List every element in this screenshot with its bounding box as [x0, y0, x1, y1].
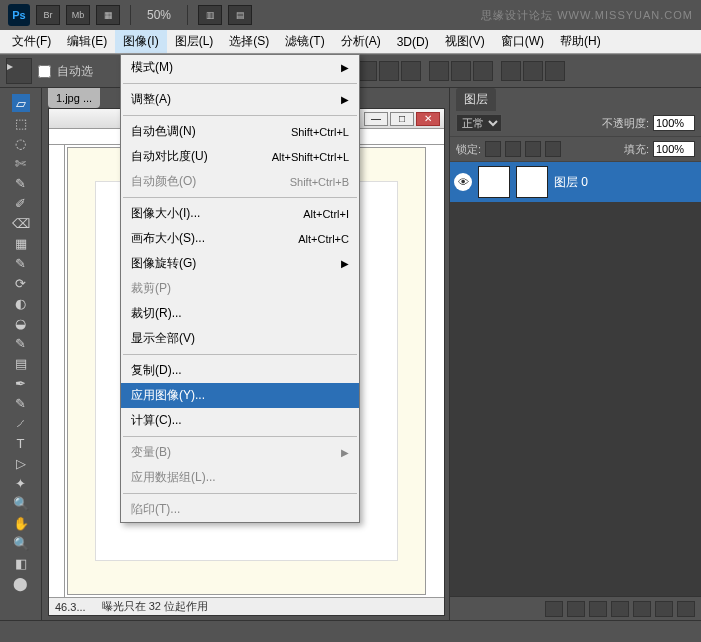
menu-file[interactable]: 文件(F) [4, 30, 59, 53]
menu-item-label: 裁剪(P) [131, 280, 171, 297]
close-button[interactable]: ✕ [416, 112, 440, 126]
layer-item[interactable]: 👁 图层 0 [450, 162, 701, 202]
app-statusbar [0, 620, 701, 642]
tool-button[interactable]: 🔍 [12, 494, 30, 512]
tool-button[interactable]: ⬤ [12, 574, 30, 592]
layer-name[interactable]: 图层 0 [554, 174, 588, 191]
lock-pixels-icon[interactable] [505, 141, 521, 157]
bridge-button[interactable]: Br [36, 5, 60, 25]
menu-item[interactable]: 复制(D)... [121, 358, 359, 383]
menu-item[interactable]: 应用图像(Y)... [121, 383, 359, 408]
mask-thumbnail[interactable] [516, 166, 548, 198]
minibridge-button[interactable]: Mb [66, 5, 90, 25]
tool-button[interactable]: ✒ [12, 374, 30, 392]
link-layers-icon[interactable] [545, 601, 563, 617]
tool-button[interactable]: ◒ [12, 314, 30, 332]
layer-thumbnail[interactable] [478, 166, 510, 198]
arrange-button[interactable]: ▤ [228, 5, 252, 25]
tool-button[interactable]: ▦ [12, 234, 30, 252]
tool-button[interactable]: T [12, 434, 30, 452]
menu-item[interactable]: 画布大小(S)...Alt+Ctrl+C [121, 226, 359, 251]
menu-view[interactable]: 视图(V) [437, 30, 493, 53]
distribute-button[interactable] [501, 61, 521, 81]
trash-icon[interactable] [677, 601, 695, 617]
blend-mode-select[interactable]: 正常 [456, 114, 502, 132]
distribute-button[interactable] [451, 61, 471, 81]
menu-item[interactable]: 计算(C)... [121, 408, 359, 433]
tool-button[interactable]: ◧ [12, 554, 30, 572]
tool-button[interactable]: ▤ [12, 354, 30, 372]
menu-item[interactable]: 自动对比度(U)Alt+Shift+Ctrl+L [121, 144, 359, 169]
tool-button[interactable]: ✎ [12, 394, 30, 412]
screen-mode-button[interactable]: ▦ [96, 5, 120, 25]
menu-image[interactable]: 图像(I) [115, 30, 166, 53]
menu-analysis[interactable]: 分析(A) [333, 30, 389, 53]
menu-item[interactable]: 裁切(R)... [121, 301, 359, 326]
app-topbar: Ps Br Mb ▦ 50% ▥ ▤ 思缘设计论坛 WWW.MISSYUAN.C… [0, 0, 701, 30]
menu-item-label: 图像旋转(G) [131, 255, 196, 272]
group-icon[interactable] [633, 601, 651, 617]
tool-button[interactable]: ✄ [12, 154, 30, 172]
new-layer-icon[interactable] [655, 601, 673, 617]
visibility-icon[interactable]: 👁 [454, 173, 472, 191]
menu-item-label: 复制(D)... [131, 362, 182, 379]
tool-button[interactable]: ✦ [12, 474, 30, 492]
view-extras-button[interactable]: ▥ [198, 5, 222, 25]
tool-button[interactable]: ✎ [12, 334, 30, 352]
tool-button[interactable]: ◐ [12, 294, 30, 312]
menu-item-label: 自动对比度(U) [131, 148, 208, 165]
distribute-button[interactable] [429, 61, 449, 81]
tool-button[interactable]: ✎ [12, 174, 30, 192]
tool-button[interactable]: ✐ [12, 194, 30, 212]
maximize-button[interactable]: □ [390, 112, 414, 126]
align-button[interactable] [401, 61, 421, 81]
auto-select-checkbox[interactable] [38, 65, 51, 78]
menu-item[interactable]: 自动色调(N)Shift+Ctrl+L [121, 119, 359, 144]
menu-item-label: 自动颜色(O) [131, 173, 196, 190]
mask-icon[interactable] [589, 601, 607, 617]
align-button[interactable] [379, 61, 399, 81]
tool-button[interactable]: ◌ [12, 134, 30, 152]
adjustment-icon[interactable] [611, 601, 629, 617]
menu-filter[interactable]: 滤镜(T) [277, 30, 332, 53]
menu-3d[interactable]: 3D(D) [389, 32, 437, 52]
menu-item[interactable]: 图像大小(I)...Alt+Ctrl+I [121, 201, 359, 226]
align-button[interactable] [357, 61, 377, 81]
separator [187, 5, 188, 25]
menu-item[interactable]: 显示全部(V) [121, 326, 359, 351]
distribute-button[interactable] [523, 61, 543, 81]
distribute-button[interactable] [473, 61, 493, 81]
layers-tab[interactable]: 图层 [456, 88, 496, 111]
status-zoom[interactable]: 46.3... [55, 601, 86, 613]
lock-all-icon[interactable] [545, 141, 561, 157]
menu-help[interactable]: 帮助(H) [552, 30, 609, 53]
menu-item[interactable]: 调整(A)▶ [121, 87, 359, 112]
tool-button[interactable]: ▱ [12, 94, 30, 112]
opacity-value[interactable]: 100% [653, 115, 695, 131]
minimize-button[interactable]: — [364, 112, 388, 126]
fill-value[interactable]: 100% [653, 141, 695, 157]
menu-window[interactable]: 窗口(W) [493, 30, 552, 53]
tool-button[interactable]: ✎ [12, 254, 30, 272]
menu-layer[interactable]: 图层(L) [167, 30, 222, 53]
zoom-level[interactable]: 50% [147, 8, 171, 22]
lock-position-icon[interactable] [525, 141, 541, 157]
fx-icon[interactable] [567, 601, 585, 617]
tool-button[interactable]: 🔍 [12, 534, 30, 552]
submenu-arrow-icon: ▶ [341, 94, 349, 105]
menu-select[interactable]: 选择(S) [221, 30, 277, 53]
tool-button[interactable]: ✋ [12, 514, 30, 532]
lock-transparency-icon[interactable] [485, 141, 501, 157]
tool-button[interactable]: ▷ [12, 454, 30, 472]
menu-item[interactable]: 图像旋转(G)▶ [121, 251, 359, 276]
menu-edit[interactable]: 编辑(E) [59, 30, 115, 53]
distribute-button[interactable] [545, 61, 565, 81]
tool-button[interactable]: ⟳ [12, 274, 30, 292]
tool-button[interactable]: ⌫ [12, 214, 30, 232]
menu-item-label: 应用图像(Y)... [131, 387, 205, 404]
tool-button[interactable]: ⬚ [12, 114, 30, 132]
menu-item[interactable]: 模式(M)▶ [121, 55, 359, 80]
tool-button[interactable]: ⟋ [12, 414, 30, 432]
current-tool-icon[interactable]: ▸ [6, 58, 32, 84]
document-tab[interactable]: 1.jpg ... [48, 88, 100, 108]
